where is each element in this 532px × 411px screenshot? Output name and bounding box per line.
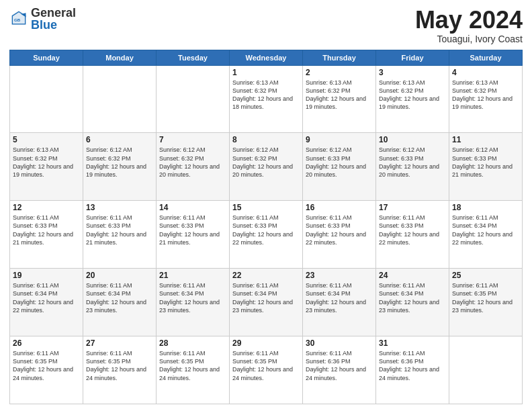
table-row: 27Sunrise: 6:11 AM Sunset: 6:35 PM Dayli… (83, 336, 157, 404)
col-sunday: Sunday (10, 50, 83, 65)
day-info: Sunrise: 6:13 AM Sunset: 6:32 PM Dayligh… (379, 79, 446, 111)
table-row: 28Sunrise: 6:11 AM Sunset: 6:35 PM Dayli… (157, 336, 230, 404)
day-info: Sunrise: 6:12 AM Sunset: 6:32 PM Dayligh… (232, 146, 300, 179)
table-row: 15Sunrise: 6:11 AM Sunset: 6:33 PM Dayli… (230, 201, 303, 269)
day-number: 4 (452, 68, 519, 77)
table-row: 20Sunrise: 6:11 AM Sunset: 6:34 PM Dayli… (83, 269, 157, 336)
table-row: 14Sunrise: 6:11 AM Sunset: 6:33 PM Dayli… (157, 201, 230, 269)
logo-general: General (31, 7, 76, 19)
table-row: 6Sunrise: 6:12 AM Sunset: 6:32 PM Daylig… (83, 133, 157, 201)
col-friday: Friday (376, 50, 449, 65)
day-number: 3 (379, 68, 446, 77)
calendar-header-row: Sunday Monday Tuesday Wednesday Thursday… (10, 50, 523, 65)
day-number: 31 (379, 338, 446, 348)
day-number: 6 (86, 135, 153, 144)
day-info: Sunrise: 6:11 AM Sunset: 6:36 PM Dayligh… (379, 349, 446, 382)
col-monday: Monday (83, 50, 157, 65)
table-row: 22Sunrise: 6:11 AM Sunset: 6:34 PM Dayli… (230, 269, 303, 336)
col-wednesday: Wednesday (230, 50, 303, 65)
day-number: 27 (86, 338, 153, 348)
day-info: Sunrise: 6:13 AM Sunset: 6:32 PM Dayligh… (13, 146, 80, 179)
day-info: Sunrise: 6:12 AM Sunset: 6:33 PM Dayligh… (452, 146, 519, 179)
day-number: 9 (306, 135, 373, 144)
table-row: 5Sunrise: 6:13 AM Sunset: 6:32 PM Daylig… (10, 133, 83, 201)
logo-text: General Blue (31, 7, 76, 31)
page: GB General Blue May 2024 Touagui, Ivory … (0, 0, 532, 411)
table-row: 12Sunrise: 6:11 AM Sunset: 6:33 PM Dayli… (10, 201, 83, 269)
table-row: 2Sunrise: 6:13 AM Sunset: 6:32 PM Daylig… (303, 65, 376, 133)
day-number: 16 (306, 203, 373, 212)
day-info: Sunrise: 6:11 AM Sunset: 6:35 PM Dayligh… (13, 349, 80, 382)
col-saturday: Saturday (449, 50, 523, 65)
day-info: Sunrise: 6:11 AM Sunset: 6:33 PM Dayligh… (306, 214, 373, 246)
day-number: 24 (379, 271, 446, 280)
day-info: Sunrise: 6:11 AM Sunset: 6:33 PM Dayligh… (232, 214, 300, 246)
calendar-week-row: 26Sunrise: 6:11 AM Sunset: 6:35 PM Dayli… (10, 336, 523, 404)
location: Touagui, Ivory Coast (415, 34, 523, 44)
day-info: Sunrise: 6:11 AM Sunset: 6:35 PM Dayligh… (86, 349, 153, 382)
table-row: 21Sunrise: 6:11 AM Sunset: 6:34 PM Dayli… (157, 269, 230, 336)
table-row (10, 65, 83, 133)
table-row: 26Sunrise: 6:11 AM Sunset: 6:35 PM Dayli… (10, 336, 83, 404)
table-row: 18Sunrise: 6:11 AM Sunset: 6:34 PM Dayli… (449, 201, 523, 269)
day-number: 14 (159, 203, 226, 212)
table-row: 23Sunrise: 6:11 AM Sunset: 6:34 PM Dayli… (303, 269, 376, 336)
day-number: 25 (452, 271, 519, 280)
day-info: Sunrise: 6:11 AM Sunset: 6:36 PM Dayligh… (306, 349, 373, 382)
day-number: 12 (13, 203, 80, 212)
table-row: 10Sunrise: 6:12 AM Sunset: 6:33 PM Dayli… (376, 133, 449, 201)
day-number: 13 (86, 203, 153, 212)
day-info: Sunrise: 6:13 AM Sunset: 6:32 PM Dayligh… (306, 79, 373, 111)
col-thursday: Thursday (303, 50, 376, 65)
day-info: Sunrise: 6:12 AM Sunset: 6:32 PM Dayligh… (86, 146, 153, 179)
day-info: Sunrise: 6:11 AM Sunset: 6:34 PM Dayligh… (306, 281, 373, 314)
logo-icon: GB (9, 9, 28, 28)
day-info: Sunrise: 6:11 AM Sunset: 6:34 PM Dayligh… (232, 281, 300, 314)
calendar-week-row: 5Sunrise: 6:13 AM Sunset: 6:32 PM Daylig… (10, 133, 523, 201)
day-info: Sunrise: 6:13 AM Sunset: 6:32 PM Dayligh… (452, 79, 519, 111)
table-row: 24Sunrise: 6:11 AM Sunset: 6:34 PM Dayli… (376, 269, 449, 336)
table-row: 7Sunrise: 6:12 AM Sunset: 6:32 PM Daylig… (157, 133, 230, 201)
day-number: 28 (159, 338, 226, 348)
day-number: 26 (13, 338, 80, 348)
day-info: Sunrise: 6:11 AM Sunset: 6:33 PM Dayligh… (13, 214, 80, 246)
day-info: Sunrise: 6:11 AM Sunset: 6:34 PM Dayligh… (86, 281, 153, 314)
day-info: Sunrise: 6:11 AM Sunset: 6:35 PM Dayligh… (232, 349, 300, 382)
day-info: Sunrise: 6:11 AM Sunset: 6:34 PM Dayligh… (159, 281, 226, 314)
day-info: Sunrise: 6:11 AM Sunset: 6:33 PM Dayligh… (379, 214, 446, 246)
day-info: Sunrise: 6:11 AM Sunset: 6:34 PM Dayligh… (13, 281, 80, 314)
calendar-table: Sunday Monday Tuesday Wednesday Thursday… (9, 50, 523, 404)
day-info: Sunrise: 6:11 AM Sunset: 6:34 PM Dayligh… (379, 281, 446, 314)
day-number: 2 (306, 68, 373, 77)
day-info: Sunrise: 6:11 AM Sunset: 6:33 PM Dayligh… (86, 214, 153, 246)
table-row: 30Sunrise: 6:11 AM Sunset: 6:36 PM Dayli… (303, 336, 376, 404)
table-row: 1Sunrise: 6:13 AM Sunset: 6:32 PM Daylig… (230, 65, 303, 133)
day-number: 1 (232, 68, 300, 77)
calendar-week-row: 19Sunrise: 6:11 AM Sunset: 6:34 PM Dayli… (10, 269, 523, 336)
table-row: 4Sunrise: 6:13 AM Sunset: 6:32 PM Daylig… (449, 65, 523, 133)
table-row: 13Sunrise: 6:11 AM Sunset: 6:33 PM Dayli… (83, 201, 157, 269)
day-info: Sunrise: 6:11 AM Sunset: 6:35 PM Dayligh… (159, 349, 226, 382)
table-row: 31Sunrise: 6:11 AM Sunset: 6:36 PM Dayli… (376, 336, 449, 404)
day-number: 29 (232, 338, 300, 348)
day-number: 10 (379, 135, 446, 144)
day-info: Sunrise: 6:11 AM Sunset: 6:35 PM Dayligh… (452, 281, 519, 314)
day-number: 18 (452, 203, 519, 212)
calendar-week-row: 12Sunrise: 6:11 AM Sunset: 6:33 PM Dayli… (10, 201, 523, 269)
table-row: 25Sunrise: 6:11 AM Sunset: 6:35 PM Dayli… (449, 269, 523, 336)
table-row: 3Sunrise: 6:13 AM Sunset: 6:32 PM Daylig… (376, 65, 449, 133)
logo-blue: Blue (31, 19, 76, 31)
calendar-week-row: 1Sunrise: 6:13 AM Sunset: 6:32 PM Daylig… (10, 65, 523, 133)
day-number: 11 (452, 135, 519, 144)
day-number: 8 (232, 135, 300, 144)
table-row (157, 65, 230, 133)
day-number: 19 (13, 271, 80, 280)
table-row: 19Sunrise: 6:11 AM Sunset: 6:34 PM Dayli… (10, 269, 83, 336)
table-row: 11Sunrise: 6:12 AM Sunset: 6:33 PM Dayli… (449, 133, 523, 201)
day-number: 17 (379, 203, 446, 212)
day-info: Sunrise: 6:11 AM Sunset: 6:34 PM Dayligh… (452, 214, 519, 246)
day-info: Sunrise: 6:13 AM Sunset: 6:32 PM Dayligh… (232, 79, 300, 111)
day-number: 7 (159, 135, 226, 144)
col-tuesday: Tuesday (157, 50, 230, 65)
table-row: 29Sunrise: 6:11 AM Sunset: 6:35 PM Dayli… (230, 336, 303, 404)
